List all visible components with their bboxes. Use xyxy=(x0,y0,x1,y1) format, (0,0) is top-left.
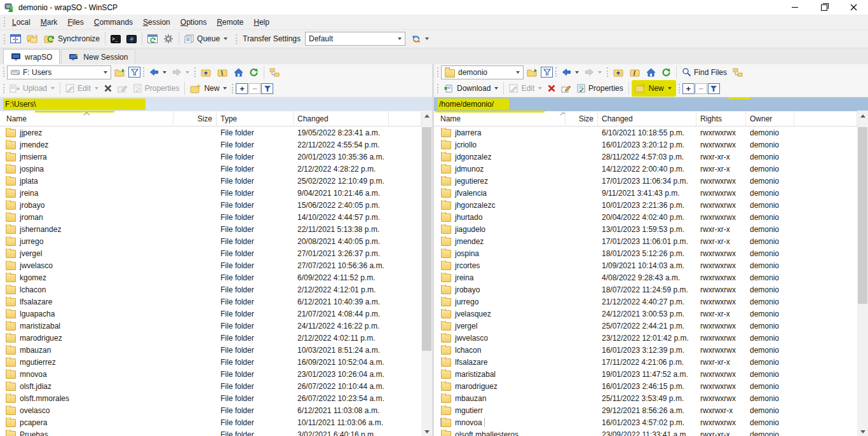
local-open-directory-button[interactable] xyxy=(112,65,128,79)
remote-back-button[interactable] xyxy=(559,65,581,79)
remote-root-directory-button[interactable]: / xyxy=(627,65,643,79)
remote-directory-select[interactable]: demonio xyxy=(441,65,524,79)
find-files-button[interactable]: Find Files xyxy=(679,65,729,79)
local-file-row[interactable]: kgomez File folder 6/09/2022 4:11:52 p.m… xyxy=(0,271,432,283)
menu-item-commands[interactable]: Commands xyxy=(89,15,138,29)
remote-file-row[interactable]: mnovoa 16/01/2023 4:57:02 p.m. rwxrwxrwx… xyxy=(434,416,868,428)
local-edit-button[interactable]: Edit xyxy=(63,81,101,96)
local-forward-button[interactable] xyxy=(170,65,192,79)
local-file-row[interactable]: ovelasco File folder 6/12/2021 11:03:08 … xyxy=(0,404,432,416)
remote-file-row[interactable]: jmendez 17/01/2023 11:06:01 p.m. rwxr-xr… xyxy=(434,235,868,247)
menu-item-options[interactable]: Options xyxy=(175,15,212,29)
local-file-row[interactable]: lchacon File folder 2/12/2022 4:12:01 p.… xyxy=(0,283,432,296)
remote-header-rights[interactable]: Rights xyxy=(696,111,746,126)
remote-header-name[interactable]: Name xyxy=(434,111,566,126)
synchronize-button[interactable]: Synchronize xyxy=(41,32,102,46)
minimize-button[interactable] xyxy=(780,0,810,15)
local-file-row[interactable]: mnovoa File folder 23/01/2023 10:26:04 a… xyxy=(0,368,432,380)
menu-item-session[interactable]: Session xyxy=(138,15,175,29)
remote-select-remove-button[interactable]: − xyxy=(695,83,707,94)
menu-item-help[interactable]: Help xyxy=(248,15,275,29)
remote-file-row[interactable]: jreina 4/08/2022 9:28:43 a.m. rwxrwxrwx … xyxy=(434,271,868,283)
local-header-type[interactable]: Type xyxy=(217,111,294,126)
remote-rename-button[interactable] xyxy=(559,81,574,96)
remote-file-row[interactable]: jrcortes 1/09/2021 10:14:03 a.m. rwxrwxr… xyxy=(434,259,868,271)
menu-item-mark[interactable]: Mark xyxy=(36,15,63,29)
remote-selection-filter-button[interactable] xyxy=(708,83,720,94)
remote-file-row[interactable]: jbarrera 6/10/2021 10:18:55 p.m. rwxrwxr… xyxy=(434,126,868,139)
remote-edit-button[interactable]: Edit xyxy=(506,81,545,96)
remote-scrollbar[interactable] xyxy=(857,111,868,436)
remote-file-row[interactable]: mgutierr 29/12/2021 8:56:26 a.m. rwxrwxr… xyxy=(434,404,868,416)
remote-file-row[interactable]: jrobayo 18/07/2022 11:24:59 p.m. rwxrwxr… xyxy=(434,283,868,296)
remote-file-row[interactable]: mbauzan 25/11/2022 3:53:49 p.m. rwxrwxrw… xyxy=(434,392,868,404)
transfer-preset-button[interactable] xyxy=(409,32,431,46)
local-selection-filter-button[interactable] xyxy=(261,83,273,94)
local-select-add-button[interactable]: + xyxy=(236,83,248,94)
local-file-row[interactable]: jrobayo File folder 15/06/2022 2:40:05 p… xyxy=(0,199,432,211)
remote-file-row[interactable]: marodriguez 16/01/2023 2:46:15 p.m. rwxr… xyxy=(434,380,868,392)
local-refresh-button[interactable] xyxy=(247,65,261,79)
local-file-row[interactable]: jwvelasco File folder 27/07/2021 10:56:3… xyxy=(0,259,432,271)
local-file-row[interactable]: olsft.jdiaz File folder 26/07/2022 10:10… xyxy=(0,380,432,392)
local-file-row[interactable]: mbauzan File folder 10/03/2021 8:51:24 a… xyxy=(0,344,432,356)
local-header-size[interactable]: Size xyxy=(173,111,217,126)
remote-home-button[interactable] xyxy=(644,65,658,79)
local-back-button[interactable] xyxy=(147,65,169,79)
local-file-row[interactable]: maristizabal File folder 24/11/2022 4:16… xyxy=(0,320,432,332)
local-properties-button[interactable]: Properties xyxy=(131,81,182,96)
refresh-session-button[interactable] xyxy=(145,32,160,46)
local-file-row[interactable]: jospina File folder 2/12/2022 4:28:22 p.… xyxy=(0,163,432,175)
remote-file-row[interactable]: jwvelasco 23/12/2022 12:01:42 p.m. rwxrw… xyxy=(434,332,868,344)
download-button[interactable]: Download xyxy=(441,81,501,96)
remote-parent-directory-button[interactable] xyxy=(611,65,627,79)
remote-file-row[interactable]: maristizabal 19/01/2023 11:47:52 a.m. rw… xyxy=(434,368,868,380)
remote-header-changed[interactable]: Changed xyxy=(598,111,696,126)
menu-item-local[interactable]: Local xyxy=(7,15,36,29)
restore-button[interactable] xyxy=(810,0,839,15)
session-tab-wrapso[interactable]: wrapSO xyxy=(3,49,60,64)
local-file-row[interactable]: jurrego File folder 20/08/2021 4:40:05 p… xyxy=(0,235,432,247)
remote-file-row[interactable]: jvergel 25/07/2022 2:44:21 p.m. rwxrwxrw… xyxy=(434,320,868,332)
local-file-row[interactable]: jvergel File folder 27/01/2021 3:26:37 p… xyxy=(0,247,432,259)
local-header-changed[interactable]: Changed xyxy=(294,111,389,126)
local-file-row[interactable]: lguapacha File folder 21/07/2021 4:08:44… xyxy=(0,308,432,320)
scroll-down-button[interactable] xyxy=(857,426,868,436)
remote-file-row[interactable]: jdgonzalez 28/11/2022 4:57:03 p.m. rwxr-… xyxy=(434,151,868,163)
synchronize-browsing-button[interactable] xyxy=(24,32,41,46)
local-path-bar[interactable]: F:\Users\ xyxy=(0,97,432,111)
queue-button[interactable]: Queue xyxy=(182,32,230,46)
open-in-putty-button[interactable] xyxy=(124,32,139,46)
remote-filter-button[interactable] xyxy=(541,67,553,78)
local-delete-button[interactable] xyxy=(102,81,114,96)
menu-item-files[interactable]: Files xyxy=(62,15,88,29)
local-rename-button[interactable] xyxy=(115,81,130,96)
local-file-row[interactable]: jroman File folder 14/10/2022 4:44:57 p.… xyxy=(0,211,432,223)
remote-header-owner[interactable]: Owner xyxy=(746,111,794,126)
remote-file-row[interactable]: olsoft.mballesteros 23/09/2022 11:33:41 … xyxy=(434,428,868,436)
scroll-up-button[interactable] xyxy=(421,111,432,121)
local-file-row[interactable]: lfsalazare File folder 6/12/2021 10:40:3… xyxy=(0,296,432,308)
local-file-row[interactable]: olsft.mmorales File folder 26/07/2022 10… xyxy=(0,392,432,404)
commander-panes-button[interactable] xyxy=(8,32,24,46)
remote-file-row[interactable]: jurrego 21/12/2022 4:40:27 p.m. rwxrwxrw… xyxy=(434,296,868,308)
remote-delete-button[interactable] xyxy=(545,81,558,96)
scrollbar-thumb[interactable] xyxy=(858,127,867,304)
local-file-row[interactable]: jmendez File folder 22/11/2022 4:55:54 p… xyxy=(0,139,432,151)
upload-button[interactable]: Upload xyxy=(7,81,57,96)
remote-header-size[interactable]: Size xyxy=(566,111,598,126)
remote-file-row[interactable]: jegutierez 17/01/2023 11:06:34 p.m. rwxr… xyxy=(434,175,868,187)
local-scrollbar[interactable] xyxy=(421,111,432,436)
open-terminal-button[interactable]: >_ xyxy=(108,32,123,46)
close-button[interactable] xyxy=(839,0,868,15)
remote-new-button[interactable]: New xyxy=(634,81,673,95)
local-file-row[interactable]: mgutierrez File folder 16/09/2021 10:52:… xyxy=(0,356,432,368)
remote-open-directory-button[interactable] xyxy=(524,65,540,79)
local-parent-directory-button[interactable] xyxy=(198,65,214,79)
remote-file-row[interactable]: lfsalazare 17/11/2022 4:21:06 p.m. rwxr-… xyxy=(434,356,868,368)
remote-path-bar[interactable]: /home/demonio/ xyxy=(434,97,868,111)
remote-file-row[interactable]: jcriollo 16/01/2023 3:20:12 p.m. rwxrwxr… xyxy=(434,139,868,151)
local-file-row[interactable]: marodriguez File folder 2/12/2022 4:02:1… xyxy=(0,332,432,344)
scroll-up-button[interactable] xyxy=(857,111,868,121)
local-filter-button[interactable] xyxy=(128,67,140,78)
